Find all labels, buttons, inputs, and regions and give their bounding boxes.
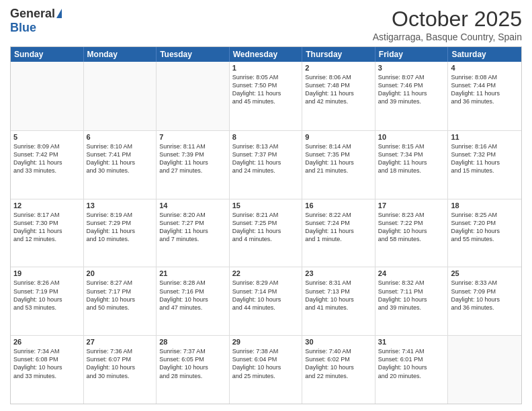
day-number: 4 <box>451 64 519 72</box>
day-details: Sunrise: 7:38 AM Sunset: 6:04 PM Dayligh… <box>232 347 300 380</box>
day-details: Sunrise: 8:21 AM Sunset: 7:25 PM Dayligh… <box>232 211 300 244</box>
header-tuesday: Tuesday <box>157 47 230 62</box>
calendar-cell: 19Sunrise: 8:26 AM Sunset: 7:19 PM Dayli… <box>11 267 84 335</box>
calendar-cell: 6Sunrise: 8:10 AM Sunset: 7:41 PM Daylig… <box>84 131 157 199</box>
day-details: Sunrise: 8:16 AM Sunset: 7:32 PM Dayligh… <box>451 142 519 175</box>
location-title: Astigarraga, Basque Country, Spain <box>373 32 522 42</box>
calendar-cell: 8Sunrise: 8:13 AM Sunset: 7:37 PM Daylig… <box>230 131 303 199</box>
day-number: 11 <box>451 133 519 141</box>
day-number: 2 <box>305 64 372 72</box>
day-number: 25 <box>451 269 519 277</box>
calendar-header: Sunday Monday Tuesday Wednesday Thursday… <box>11 47 521 62</box>
day-details: Sunrise: 7:37 AM Sunset: 6:05 PM Dayligh… <box>159 347 226 380</box>
calendar-cell: 18Sunrise: 8:25 AM Sunset: 7:20 PM Dayli… <box>448 199 521 267</box>
day-number: 6 <box>87 133 154 141</box>
calendar-cell: 9Sunrise: 8:14 AM Sunset: 7:35 PM Daylig… <box>302 131 375 199</box>
logo-triangle-icon <box>56 9 62 18</box>
day-number: 14 <box>159 201 226 210</box>
day-details: Sunrise: 7:36 AM Sunset: 6:07 PM Dayligh… <box>87 347 154 380</box>
calendar-cell <box>448 336 521 404</box>
header-thursday: Thursday <box>302 47 375 62</box>
calendar-cell: 27Sunrise: 7:36 AM Sunset: 6:07 PM Dayli… <box>84 336 157 404</box>
day-number: 23 <box>305 269 372 277</box>
calendar-cell: 5Sunrise: 8:09 AM Sunset: 7:42 PM Daylig… <box>11 131 84 199</box>
day-details: Sunrise: 8:09 AM Sunset: 7:42 PM Dayligh… <box>13 142 81 175</box>
day-details: Sunrise: 8:27 AM Sunset: 7:17 PM Dayligh… <box>87 279 154 312</box>
calendar-cell: 25Sunrise: 8:33 AM Sunset: 7:09 PM Dayli… <box>448 267 521 335</box>
header: General Blue October 2025 Astigarraga, B… <box>10 7 522 42</box>
header-monday: Monday <box>84 47 157 62</box>
day-details: Sunrise: 8:14 AM Sunset: 7:35 PM Dayligh… <box>305 142 372 175</box>
calendar-cell: 2Sunrise: 8:06 AM Sunset: 7:48 PM Daylig… <box>302 62 375 130</box>
calendar-cell: 10Sunrise: 8:15 AM Sunset: 7:34 PM Dayli… <box>375 131 449 199</box>
day-number: 8 <box>232 133 300 141</box>
day-details: Sunrise: 8:15 AM Sunset: 7:34 PM Dayligh… <box>378 142 445 175</box>
day-number: 16 <box>305 201 372 210</box>
calendar-body: 1Sunrise: 8:05 AM Sunset: 7:50 PM Daylig… <box>11 62 521 404</box>
day-number: 20 <box>87 269 154 277</box>
day-number: 21 <box>159 269 226 277</box>
day-number: 24 <box>378 269 445 277</box>
calendar-cell: 14Sunrise: 8:20 AM Sunset: 7:27 PM Dayli… <box>157 199 230 267</box>
day-number: 28 <box>159 338 226 346</box>
day-details: Sunrise: 8:17 AM Sunset: 7:30 PM Dayligh… <box>13 211 81 244</box>
day-number: 30 <box>305 338 372 346</box>
day-details: Sunrise: 8:32 AM Sunset: 7:11 PM Dayligh… <box>378 279 445 312</box>
calendar-cell: 31Sunrise: 7:41 AM Sunset: 6:01 PM Dayli… <box>375 336 449 404</box>
calendar: Sunday Monday Tuesday Wednesday Thursday… <box>10 46 522 404</box>
day-details: Sunrise: 8:06 AM Sunset: 7:48 PM Dayligh… <box>305 73 372 106</box>
day-details: Sunrise: 8:05 AM Sunset: 7:50 PM Dayligh… <box>232 73 300 106</box>
day-details: Sunrise: 8:13 AM Sunset: 7:37 PM Dayligh… <box>232 142 300 175</box>
calendar-cell: 15Sunrise: 8:21 AM Sunset: 7:25 PM Dayli… <box>230 199 303 267</box>
calendar-cell: 1Sunrise: 8:05 AM Sunset: 7:50 PM Daylig… <box>230 62 303 130</box>
calendar-cell: 7Sunrise: 8:11 AM Sunset: 7:39 PM Daylig… <box>157 131 230 199</box>
day-number: 26 <box>13 338 81 346</box>
day-number: 3 <box>378 64 445 72</box>
day-details: Sunrise: 8:28 AM Sunset: 7:16 PM Dayligh… <box>159 279 226 312</box>
day-details: Sunrise: 8:31 AM Sunset: 7:13 PM Dayligh… <box>305 279 372 312</box>
calendar-cell: 3Sunrise: 8:07 AM Sunset: 7:46 PM Daylig… <box>375 62 449 130</box>
calendar-cell <box>11 62 84 130</box>
calendar-cell: 12Sunrise: 8:17 AM Sunset: 7:30 PM Dayli… <box>11 199 84 267</box>
calendar-cell: 30Sunrise: 7:40 AM Sunset: 6:02 PM Dayli… <box>302 336 375 404</box>
calendar-week-4: 19Sunrise: 8:26 AM Sunset: 7:19 PM Dayli… <box>11 267 521 335</box>
day-details: Sunrise: 8:08 AM Sunset: 7:44 PM Dayligh… <box>451 73 519 106</box>
header-saturday: Saturday <box>448 47 521 62</box>
calendar-cell: 13Sunrise: 8:19 AM Sunset: 7:29 PM Dayli… <box>84 199 157 267</box>
calendar-cell: 22Sunrise: 8:29 AM Sunset: 7:14 PM Dayli… <box>230 267 303 335</box>
calendar-week-2: 5Sunrise: 8:09 AM Sunset: 7:42 PM Daylig… <box>11 130 521 199</box>
day-number: 5 <box>13 133 81 141</box>
logo: General Blue <box>10 7 62 35</box>
day-number: 22 <box>232 269 300 277</box>
calendar-cell: 4Sunrise: 8:08 AM Sunset: 7:44 PM Daylig… <box>448 62 521 130</box>
calendar-cell: 20Sunrise: 8:27 AM Sunset: 7:17 PM Dayli… <box>84 267 157 335</box>
day-details: Sunrise: 8:25 AM Sunset: 7:20 PM Dayligh… <box>451 211 519 244</box>
page: General Blue October 2025 Astigarraga, B… <box>0 0 532 411</box>
day-number: 29 <box>232 338 300 346</box>
header-wednesday: Wednesday <box>230 47 303 62</box>
title-block: October 2025 Astigarraga, Basque Country… <box>373 7 522 42</box>
calendar-cell <box>157 62 230 130</box>
day-details: Sunrise: 7:41 AM Sunset: 6:01 PM Dayligh… <box>378 347 445 380</box>
day-details: Sunrise: 8:10 AM Sunset: 7:41 PM Dayligh… <box>87 142 154 175</box>
day-number: 7 <box>159 133 226 141</box>
day-details: Sunrise: 8:19 AM Sunset: 7:29 PM Dayligh… <box>87 211 154 244</box>
calendar-cell: 23Sunrise: 8:31 AM Sunset: 7:13 PM Dayli… <box>302 267 375 335</box>
calendar-week-1: 1Sunrise: 8:05 AM Sunset: 7:50 PM Daylig… <box>11 62 521 130</box>
day-details: Sunrise: 8:20 AM Sunset: 7:27 PM Dayligh… <box>159 211 226 244</box>
day-number: 12 <box>13 201 81 210</box>
day-details: Sunrise: 8:07 AM Sunset: 7:46 PM Dayligh… <box>378 73 445 106</box>
day-number: 13 <box>87 201 154 210</box>
logo-blue: Blue <box>10 21 36 35</box>
calendar-cell: 11Sunrise: 8:16 AM Sunset: 7:32 PM Dayli… <box>448 131 521 199</box>
day-number: 17 <box>378 201 445 210</box>
day-number: 19 <box>13 269 81 277</box>
header-sunday: Sunday <box>11 47 84 62</box>
day-number: 31 <box>378 338 445 346</box>
calendar-cell: 16Sunrise: 8:22 AM Sunset: 7:24 PM Dayli… <box>302 199 375 267</box>
day-details: Sunrise: 8:33 AM Sunset: 7:09 PM Dayligh… <box>451 279 519 312</box>
calendar-cell: 28Sunrise: 7:37 AM Sunset: 6:05 PM Dayli… <box>157 336 230 404</box>
day-details: Sunrise: 7:34 AM Sunset: 6:08 PM Dayligh… <box>13 347 81 380</box>
calendar-week-3: 12Sunrise: 8:17 AM Sunset: 7:30 PM Dayli… <box>11 199 521 267</box>
header-friday: Friday <box>375 47 449 62</box>
